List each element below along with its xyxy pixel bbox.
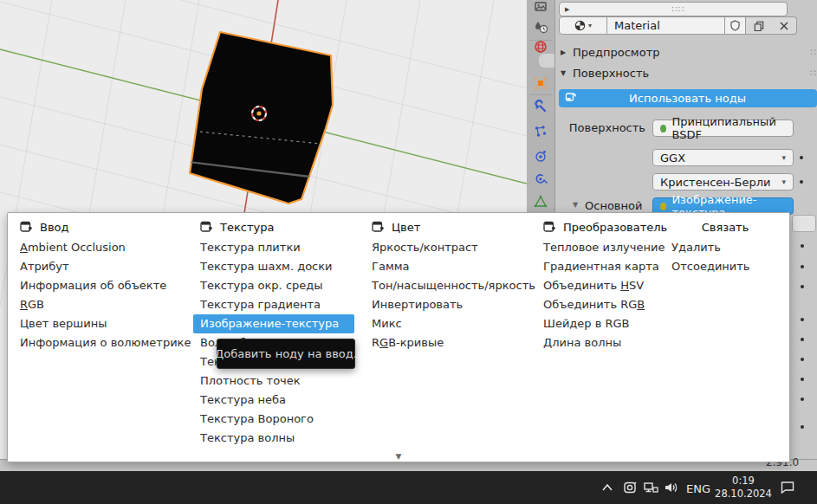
panel-surface-label: Поверхность bbox=[573, 67, 649, 80]
menu-item[interactable]: Тон/насыщенность/яркость bbox=[365, 276, 535, 295]
use-nodes-button[interactable]: Использовать ноды bbox=[559, 89, 817, 107]
physics-tab-icon[interactable] bbox=[533, 148, 548, 164]
menu-column-4: ПреобразовательТепловое излучениеГрадиен… bbox=[536, 216, 665, 352]
object-tab-icon[interactable] bbox=[533, 75, 548, 91]
surface-shader-value: Принципиальный BSDF bbox=[671, 115, 786, 141]
view-layer-tab-icon[interactable] bbox=[533, 0, 548, 15]
modifiers-tab-icon[interactable] bbox=[533, 99, 548, 114]
grip-dots[interactable]: ∷∷ bbox=[810, 68, 817, 79]
menu-item[interactable]: Тепловое излучение bbox=[536, 238, 665, 257]
surface-shader-button[interactable]: Принципиальный BSDF bbox=[652, 120, 794, 137]
material-datablock-row: ▾ ▾ bbox=[559, 16, 797, 35]
material-name-input[interactable] bbox=[614, 19, 724, 32]
menu-column-2: ТекстураТекстура плиткиТекстура шахм. до… bbox=[193, 216, 354, 448]
datablock-buttons bbox=[746, 16, 797, 35]
collapsed-arrow-icon: ▶ bbox=[559, 48, 567, 56]
menu-item[interactable]: Инвертировать bbox=[365, 295, 535, 314]
shield-icon bbox=[730, 20, 740, 31]
menu-column-header: Текстура bbox=[193, 216, 354, 238]
menu-item[interactable]: Ambient Occlusion bbox=[13, 238, 186, 257]
panel-preview-label: Предпросмотр bbox=[573, 46, 659, 59]
blender-window: ▶ ∷∷ ▾ bbox=[0, 0, 817, 504]
scene-tab-icon[interactable] bbox=[533, 19, 548, 35]
panel-surface[interactable]: ▼ Поверхность ∷∷ bbox=[559, 66, 817, 80]
menu-column-header: Цвет bbox=[365, 216, 535, 238]
animate-dot[interactable] bbox=[801, 265, 804, 268]
clock-time: 0:19 bbox=[712, 475, 775, 488]
unlink-button[interactable] bbox=[771, 17, 796, 34]
material-slot-list[interactable]: ▶ ∷∷ bbox=[559, 2, 788, 16]
animate-dot[interactable] bbox=[801, 338, 804, 341]
menu-item[interactable]: Шейдер в RGB bbox=[536, 314, 665, 333]
menu-item[interactable]: Плотность точек bbox=[193, 372, 354, 391]
menu-scroll-down-icon[interactable]: ▼ bbox=[8, 452, 789, 461]
grip-dots[interactable]: ∷∷ bbox=[810, 47, 817, 58]
network-button[interactable] bbox=[643, 481, 658, 494]
panel-preview[interactable]: ▶ Предпросмотр ∷∷ bbox=[559, 45, 817, 59]
menu-item[interactable]: Информация о волюметрике bbox=[13, 333, 186, 352]
animate-dot[interactable] bbox=[801, 425, 804, 429]
menu-column-header: Ввод bbox=[13, 216, 186, 238]
chevron-down-icon: ▾ bbox=[781, 153, 786, 162]
menu-item[interactable]: Атрибут bbox=[13, 257, 186, 276]
distribution-row: GGX ▾ bbox=[559, 149, 817, 166]
material-name-field[interactable] bbox=[607, 16, 725, 35]
clock-date: 28.10.2024 bbox=[712, 488, 775, 501]
menu-item[interactable]: Градиентная карта bbox=[536, 257, 665, 276]
menu-item[interactable]: Гамма bbox=[365, 257, 535, 276]
animate-dot[interactable] bbox=[801, 318, 804, 321]
menu-item[interactable]: Объединить HSV bbox=[536, 276, 665, 295]
tray-expand-button[interactable] bbox=[600, 481, 615, 494]
menu-column-3: ЦветЯркость/контрастГаммаТон/насыщенност… bbox=[365, 216, 535, 352]
menu-item[interactable]: Микс bbox=[365, 314, 535, 333]
menu-item[interactable]: RGB bbox=[13, 295, 186, 314]
menu-item[interactable]: Текстура шахм. доски bbox=[193, 257, 354, 276]
animate-dot[interactable] bbox=[801, 397, 804, 401]
tray-app-button[interactable] bbox=[622, 481, 638, 494]
particles-tab-icon[interactable] bbox=[533, 124, 548, 139]
grip-dots[interactable]: ∷∷ bbox=[569, 4, 787, 14]
object-data-tab-icon[interactable] bbox=[533, 194, 548, 210]
hidden-widget-remnant bbox=[792, 215, 816, 232]
menu-item[interactable]: RGB-кривые bbox=[365, 333, 535, 352]
menu-item[interactable]: Изображение-текстура bbox=[193, 314, 354, 333]
fake-user-toggle[interactable] bbox=[725, 16, 746, 35]
menu-item[interactable]: Яркость/контраст bbox=[365, 238, 535, 257]
material-type-dropdown[interactable]: ▾ bbox=[559, 16, 607, 35]
node-icon bbox=[200, 221, 212, 233]
menu-item[interactable]: Текстура плитки bbox=[193, 238, 354, 257]
animate-dot[interactable] bbox=[801, 358, 804, 361]
volume-button[interactable] bbox=[664, 481, 679, 494]
close-icon bbox=[780, 22, 788, 30]
action-center-button[interactable] bbox=[780, 480, 795, 494]
new-copy-button[interactable] bbox=[746, 17, 771, 34]
language-indicator[interactable]: ENG bbox=[686, 482, 710, 495]
menu-item[interactable]: Длина волны bbox=[536, 333, 665, 352]
world-tab-icon[interactable] bbox=[533, 39, 548, 55]
menu-item[interactable]: Текстура окр. среды bbox=[193, 276, 354, 295]
animate-dot[interactable] bbox=[801, 378, 804, 381]
constraints-tab-icon[interactable] bbox=[533, 171, 548, 187]
texture-socket-dot bbox=[660, 203, 666, 210]
subsurface-method-select[interactable]: Кристенсен-Берли ▾ bbox=[652, 173, 794, 191]
menu-item[interactable]: Удалить bbox=[665, 238, 786, 257]
selected-object bbox=[190, 32, 333, 204]
menu-item[interactable]: Цвет вершины bbox=[13, 314, 186, 333]
menu-item[interactable]: Текстура Вороного bbox=[193, 410, 354, 429]
add-node-menu: ВводAmbient OcclusionАтрибутИнформация о… bbox=[7, 212, 790, 462]
animate-dot[interactable] bbox=[801, 244, 804, 248]
menu-item[interactable]: Отсоединить bbox=[665, 257, 786, 276]
menu-item[interactable]: Текстура волны bbox=[193, 429, 354, 448]
menu-item[interactable]: Объединить RGB bbox=[536, 295, 665, 314]
menu-column-5: СвязатьУдалитьОтсоединить bbox=[665, 216, 786, 276]
menu-item[interactable]: Текстура градиента bbox=[193, 295, 354, 314]
clock[interactable]: 0:19 28.10.2024 bbox=[712, 475, 775, 501]
animate-dot[interactable] bbox=[800, 156, 803, 159]
node-icon bbox=[543, 221, 555, 233]
menu-item[interactable]: Информация об объекте bbox=[13, 276, 186, 295]
tab-highlight bbox=[539, 54, 554, 68]
menu-item[interactable]: Текстура неба bbox=[193, 391, 354, 410]
animate-dot[interactable] bbox=[800, 180, 803, 184]
animate-dot[interactable] bbox=[801, 285, 804, 288]
distribution-select[interactable]: GGX ▾ bbox=[652, 149, 794, 166]
